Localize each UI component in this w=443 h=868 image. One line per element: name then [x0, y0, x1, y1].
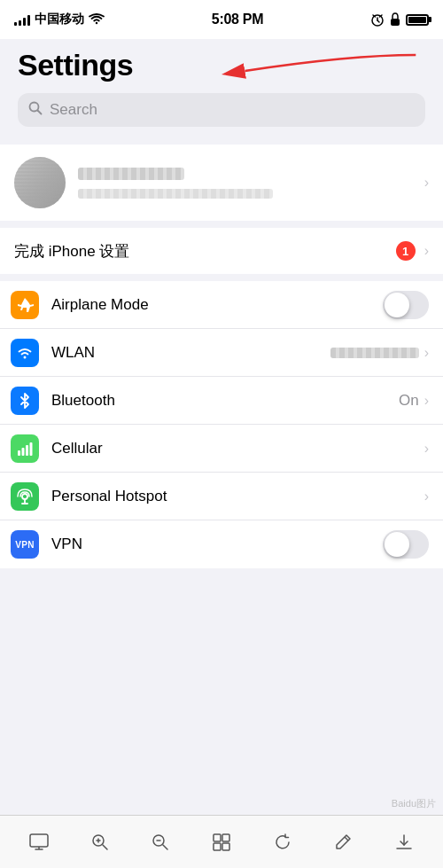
vpn-label: VPN [51, 536, 383, 553]
wlan-label: WLAN [51, 344, 330, 362]
search-placeholder: Search [50, 101, 97, 119]
airplane-mode-toggle-knob [385, 293, 409, 317]
airplane-mode-item[interactable]: Airplane Mode [0, 281, 443, 329]
profile-section[interactable]: › [0, 145, 443, 221]
svg-rect-12 [26, 445, 28, 456]
toolbar-edit-button[interactable] [325, 825, 361, 860]
airplane-mode-label: Airplane Mode [51, 296, 383, 314]
bluetooth-chevron-icon: › [424, 393, 429, 409]
cellular-label: Cellular [51, 440, 424, 457]
settings-section: Airplane Mode WLAN › Bluetooth On › [0, 281, 443, 568]
hotspot-label: Personal Hotspot [51, 488, 424, 505]
svg-line-23 [103, 845, 107, 849]
signal-bar-2 [19, 20, 21, 26]
avatar [14, 157, 66, 208]
vpn-toggle-knob [385, 532, 409, 557]
svg-rect-29 [214, 843, 221, 850]
cellular-chevron-icon: › [424, 441, 429, 457]
bottom-toolbar [0, 815, 443, 868]
search-icon [28, 101, 43, 119]
profile-row[interactable]: › [0, 145, 443, 221]
hotspot-icon [11, 482, 39, 511]
signal-bar-3 [23, 18, 26, 26]
wlan-item[interactable]: WLAN › [0, 329, 443, 377]
svg-point-14 [22, 494, 27, 499]
hotspot-chevron-icon: › [424, 489, 429, 504]
wlan-chevron-icon: › [424, 345, 429, 361]
avatar-name [78, 168, 184, 180]
svg-rect-17 [30, 834, 48, 847]
alarm-icon [370, 12, 385, 27]
setup-badge: 1 [396, 241, 416, 261]
carrier-label: 中国移动 [35, 12, 84, 27]
avatar-subtitle [78, 189, 273, 199]
bluetooth-icon [11, 387, 39, 415]
hotspot-item[interactable]: Personal Hotspot › [0, 473, 443, 520]
vpn-badge-label: VPN [12, 538, 37, 551]
toolbar-monitor-button[interactable] [21, 825, 57, 860]
svg-rect-5 [391, 19, 400, 26]
wlan-icon [11, 339, 39, 367]
toolbar-zoom-in-button[interactable] [82, 825, 118, 860]
chevron-icon: › [424, 175, 429, 191]
status-right [370, 12, 429, 27]
vpn-item[interactable]: VPN VPN [0, 520, 443, 568]
search-bar[interactable]: Search [18, 93, 425, 127]
svg-rect-28 [222, 834, 229, 841]
toolbar-download-button[interactable] [386, 825, 422, 860]
bluetooth-label: Bluetooth [51, 392, 399, 410]
wifi-icon [89, 13, 105, 26]
airplane-mode-icon [11, 291, 39, 319]
cellular-icon [11, 434, 39, 463]
signal-bar-1 [14, 22, 17, 26]
status-time: 5:08 PM [212, 12, 263, 27]
battery-icon [406, 14, 429, 26]
signal-bars-icon [14, 13, 30, 26]
bluetooth-value: On [399, 392, 419, 410]
bluetooth-item[interactable]: Bluetooth On › [0, 377, 443, 425]
airplane-mode-toggle[interactable] [383, 291, 429, 319]
watermark: Baidu图片 [392, 797, 436, 810]
svg-line-2 [377, 20, 379, 22]
svg-point-9 [24, 356, 27, 358]
svg-line-8 [38, 111, 42, 114]
cellular-item[interactable]: Cellular › [0, 425, 443, 473]
setup-section[interactable]: 完成 iPhone 设置 1 › [0, 228, 443, 274]
battery-fill [408, 17, 426, 23]
page-title: Settings [18, 48, 425, 82]
toolbar-refresh-button[interactable] [265, 825, 300, 860]
setup-chevron-icon: › [424, 243, 429, 259]
svg-rect-11 [22, 448, 25, 456]
toolbar-zoom-out-button[interactable] [143, 825, 178, 860]
lock-icon [390, 12, 400, 27]
status-left: 中国移动 [14, 12, 105, 27]
toolbar-grid-button[interactable] [204, 825, 239, 860]
setup-row[interactable]: 完成 iPhone 设置 1 › [0, 228, 443, 274]
avatar-info [78, 168, 424, 199]
svg-rect-10 [18, 450, 20, 456]
svg-line-26 [163, 845, 167, 849]
status-bar: 中国移动 5:08 PM [0, 0, 443, 39]
svg-rect-27 [214, 834, 221, 841]
header-area: Settings Search [0, 39, 443, 145]
svg-rect-13 [30, 442, 33, 456]
setup-label: 完成 iPhone 设置 [14, 241, 396, 262]
svg-rect-30 [222, 843, 229, 850]
vpn-icon: VPN [11, 530, 39, 559]
wlan-value-blur [330, 348, 419, 358]
signal-bar-4 [27, 15, 30, 26]
avatar-blur [14, 157, 66, 208]
vpn-toggle[interactable] [383, 530, 429, 559]
svg-line-31 [345, 837, 348, 841]
